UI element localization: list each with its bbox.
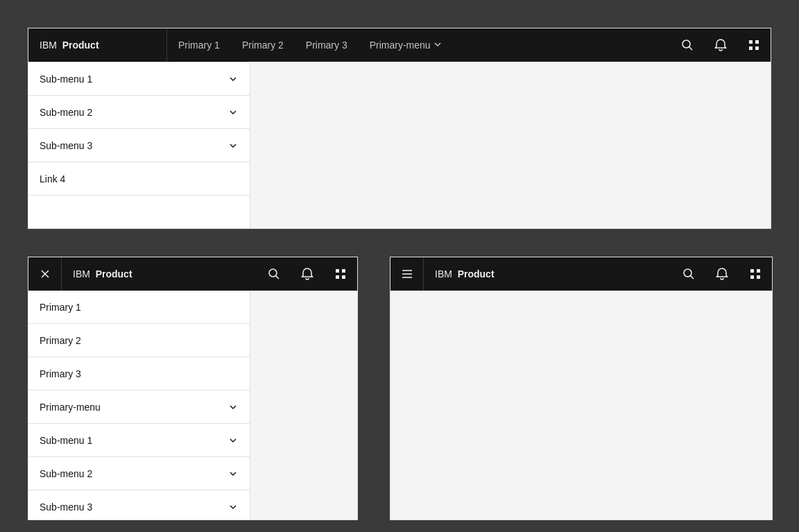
search-icon: [682, 267, 696, 281]
bottom-left-nav-label-4: Primary-menu: [40, 402, 101, 413]
bottom-left-nav-label-2: Primary 2: [40, 335, 81, 346]
bottom-left-side-label-3: Sub-menu 3: [40, 501, 92, 513]
bottom-left-nav-item-4[interactable]: Primary-menu: [28, 391, 250, 424]
svg-line-18: [691, 276, 694, 280]
bottom-left-nav-label-3: Primary 3: [40, 368, 81, 379]
bottom-left-nav-item-3[interactable]: Primary 3: [28, 357, 250, 391]
chevron-icon-1: [227, 74, 239, 85]
bottom-left-ibm: IBM: [73, 268, 90, 280]
bell-icon: [300, 267, 314, 281]
nav-link-primary2[interactable]: Primary 2: [231, 28, 295, 62]
svg-rect-5: [755, 46, 759, 50]
bottom-right-notification-button[interactable]: [705, 257, 739, 291]
svg-rect-12: [336, 275, 339, 279]
top-navbar-actions: [671, 28, 771, 62]
bottom-left-side-menu-item-3[interactable]: Sub-menu 3: [28, 490, 250, 520]
brand-text: IBM Product: [40, 40, 99, 51]
brand-ibm: IBM: [40, 40, 57, 51]
top-search-button[interactable]: [671, 28, 704, 62]
top-content-area: [250, 62, 771, 228]
bottom-left-nav-label-1: Primary 1: [40, 302, 81, 313]
top-side-panel: Sub-menu 1 Sub-menu 2 Sub-menu 3 Link 4: [28, 62, 250, 228]
top-side-menu-item-1[interactable]: Sub-menu 1: [28, 62, 250, 96]
svg-rect-20: [757, 269, 760, 273]
bottom-left-actions: [257, 257, 357, 291]
svg-line-9: [276, 276, 280, 280]
bottom-right-content-area: [390, 291, 772, 520]
top-section: IBM Product Primary 1 Primary 2 Primary …: [28, 28, 771, 229]
svg-rect-22: [757, 275, 760, 279]
bottom-right-apps-button[interactable]: [739, 257, 772, 291]
bottom-left-panel: IBM Product: [28, 257, 358, 520]
hamburger-icon: [400, 267, 414, 281]
svg-rect-2: [749, 40, 753, 44]
bottom-left-nav-item-1[interactable]: Primary 1: [28, 291, 250, 324]
bottom-left-side-menu-item-2[interactable]: Sub-menu 2: [28, 457, 250, 490]
bottom-left-notification-button[interactable]: [291, 257, 324, 291]
bottom-right-search-button[interactable]: [672, 257, 705, 291]
chevron-icon: [227, 435, 239, 446]
top-side-menu-label-1: Sub-menu 1: [40, 74, 92, 85]
bottom-left-side-label-2: Sub-menu 2: [40, 468, 92, 479]
bottom-left-nav-item-2[interactable]: Primary 2: [28, 324, 250, 357]
svg-rect-11: [342, 269, 345, 273]
bottom-left-brand-text: IBM Product: [73, 268, 132, 280]
bottom-left-search-button[interactable]: [257, 257, 291, 291]
close-button[interactable]: [28, 257, 62, 291]
grid-icon: [747, 38, 761, 52]
top-side-menu-label-3: Sub-menu 3: [40, 140, 92, 151]
svg-rect-4: [749, 46, 753, 50]
svg-rect-13: [342, 275, 345, 279]
svg-point-17: [684, 269, 691, 277]
brand-product: Product: [62, 40, 99, 51]
bottom-left-content-area: [250, 291, 357, 520]
svg-rect-10: [336, 269, 339, 273]
top-notification-button[interactable]: [704, 28, 737, 62]
bottom-left-navbar: IBM Product: [28, 257, 357, 291]
bottom-right-brand-text: IBM Product: [435, 268, 495, 280]
primary-menu-chevron-icon: [433, 40, 442, 50]
bottom-left-side-panel: Primary 1 Primary 2 Primary 3 Primary-me…: [28, 291, 250, 520]
grid-icon: [748, 267, 762, 281]
nav-link-primary-menu-label: Primary-menu: [370, 40, 431, 51]
bottom-right-actions: [672, 257, 772, 291]
svg-rect-21: [750, 275, 754, 279]
top-side-menu-label-2: Sub-menu 2: [40, 107, 92, 118]
chevron-icon: [227, 501, 239, 513]
top-navbar: IBM Product Primary 1 Primary 2 Primary …: [28, 28, 771, 62]
svg-rect-19: [750, 269, 754, 273]
bottom-left-brand: IBM Product: [62, 268, 257, 280]
search-icon: [680, 38, 694, 52]
top-side-menu-item-2[interactable]: Sub-menu 2: [28, 96, 250, 129]
top-side-menu-item-3[interactable]: Sub-menu 3: [28, 129, 250, 162]
top-apps-button[interactable]: [737, 28, 771, 62]
chevron-icon-2: [227, 107, 239, 118]
chevron-icon-3: [227, 140, 239, 151]
close-icon: [40, 268, 51, 280]
bottom-left-product: Product: [96, 268, 132, 280]
svg-point-8: [269, 269, 277, 277]
bell-icon: [715, 267, 729, 281]
svg-line-1: [689, 47, 693, 51]
bottom-right-navbar: IBM Product: [390, 257, 772, 291]
svg-rect-3: [755, 40, 759, 44]
bottom-right-product: Product: [458, 268, 495, 280]
chevron-icon: [227, 468, 239, 479]
nav-link-primary1[interactable]: Primary 1: [167, 28, 231, 62]
nav-link-primary3[interactable]: Primary 3: [295, 28, 359, 62]
bell-icon: [714, 38, 728, 52]
hamburger-button[interactable]: [390, 257, 424, 291]
bottom-left-side-menu-item-1[interactable]: Sub-menu 1: [28, 424, 250, 457]
svg-point-0: [682, 40, 690, 48]
bottom-right-ibm: IBM: [435, 268, 452, 280]
bottom-right-panel: IBM Product: [390, 257, 773, 520]
top-nav-links: Primary 1 Primary 2 Primary 3 Primary-me…: [167, 28, 671, 62]
bottom-left-side-label-1: Sub-menu 1: [40, 435, 92, 446]
top-side-menu-item-4[interactable]: Link 4: [28, 162, 250, 196]
top-side-menu-label-4: Link 4: [40, 173, 65, 185]
bottom-left-apps-button[interactable]: [324, 257, 357, 291]
top-navbar-brand: IBM Product: [28, 28, 167, 62]
search-icon: [267, 267, 281, 281]
grid-icon: [334, 267, 347, 281]
nav-link-primary-menu[interactable]: Primary-menu: [359, 28, 453, 62]
